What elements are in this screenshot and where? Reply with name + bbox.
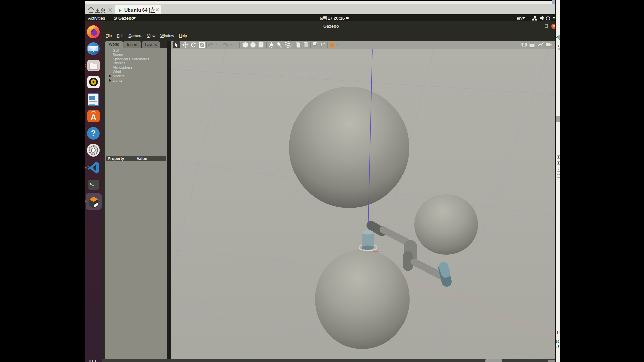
svg-text:?: ? — [91, 129, 96, 138]
svg-text:>_: >_ — [90, 182, 94, 186]
svg-text:Gazebo: Gazebo — [118, 16, 134, 20]
svg-text:6: 6 — [320, 16, 322, 21]
svg-text:en: en — [517, 16, 522, 21]
svg-text:17 20:16: 17 20:16 — [328, 16, 345, 21]
svg-text:Ubuntu 64: Ubuntu 64 — [124, 7, 148, 13]
svg-text:A: A — [91, 113, 96, 122]
